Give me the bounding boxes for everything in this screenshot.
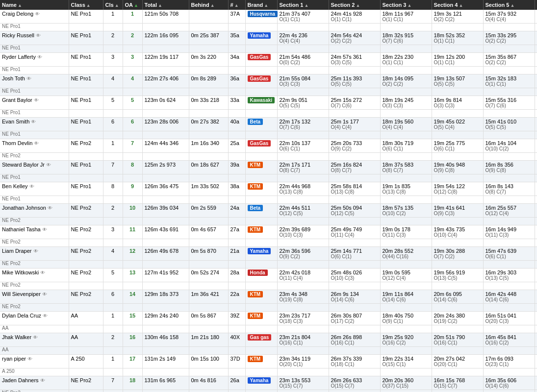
section-6-cell: 22m 24s 105O(6) C(4) xyxy=(535,118,537,131)
column-header-section-6[interactable]: Section 6 ▲ xyxy=(535,0,537,10)
section-6-cell: 23m 53s 905O(16) C(2) xyxy=(535,333,537,347)
section-time: 25m 1s 177 xyxy=(331,119,378,124)
oa-cell: 18 xyxy=(123,376,142,390)
section-5-cell: 16m 51s 041O(20) C(3) xyxy=(483,312,535,325)
eye-icon[interactable]: 👁 xyxy=(33,335,38,340)
section-4-cell: 19m 45s 022O(5) C(4) xyxy=(432,118,483,131)
section-time: 19m 0s 178 xyxy=(383,226,430,232)
behind-cell: 0m 2s 559 xyxy=(189,204,228,218)
empty-cell xyxy=(483,153,535,161)
eye-icon[interactable]: 👁 xyxy=(27,356,32,362)
section-4-cell: 19m 13s 507O(5) C(5) xyxy=(432,74,483,88)
eye-icon[interactable]: 👁 xyxy=(40,270,45,275)
brand-cell: GasGas xyxy=(245,74,277,88)
section-6-cell: 23m 0s 096O(8) C(1) xyxy=(535,204,537,218)
empty-cell xyxy=(228,390,245,392)
empty-cell xyxy=(329,218,380,225)
column-header-brand[interactable]: Brand ▲ xyxy=(245,0,277,10)
behind-cell: 0m 8s 289 xyxy=(189,74,228,88)
cls-cell: 2 xyxy=(103,333,123,347)
table-header: Name ▲Class ▲Cls ▲OA ▲Total ▲Behind ▲# ▲… xyxy=(0,0,537,10)
section-1-cell: 22m 17s 171O(8) C(7) xyxy=(277,161,329,174)
empty-cell xyxy=(142,131,189,139)
column-header-cls[interactable]: Cls ▲ xyxy=(103,0,123,10)
empty-cell xyxy=(380,347,432,355)
eye-icon[interactable]: 👁 xyxy=(43,313,48,318)
eye-icon[interactable]: 👁 xyxy=(33,248,38,254)
empty-cell xyxy=(103,239,123,247)
column-header-section-1[interactable]: Section 1 ▲ xyxy=(277,0,329,10)
column-header-#[interactable]: # ▲ xyxy=(228,0,245,10)
section-sub: O(20) C(3) xyxy=(486,318,533,324)
empty-cell xyxy=(329,153,380,161)
column-header-name[interactable]: Name ▲ xyxy=(0,0,69,10)
empty-cell xyxy=(432,347,483,355)
brand-badge: KTM xyxy=(248,291,263,297)
eye-icon[interactable]: 👁 xyxy=(29,184,34,189)
eye-icon[interactable]: 👁 xyxy=(26,76,31,81)
eye-icon[interactable]: 👁 xyxy=(42,292,47,297)
section-sub: O(8) C(7) xyxy=(383,168,430,173)
empty-cell xyxy=(277,261,329,269)
sort-arrow-icon: ▲ xyxy=(264,3,268,8)
section-2-cell: 24m 54s 424O(2) C(2) xyxy=(329,31,380,45)
eye-icon[interactable]: 👁 xyxy=(46,162,51,168)
table-row: Jonathan Johnson 👁NE Pro2210126m 39s 034… xyxy=(0,204,537,218)
hash-cell: 37D xyxy=(228,355,245,368)
brand-cell: KTM xyxy=(245,290,277,304)
empty-cell xyxy=(189,174,228,182)
section-3-cell: 18m 11s 967O(1) C(1) xyxy=(380,10,432,24)
table-row: Craig Delong 👁NE Pro111121m 50s 70837AHu… xyxy=(0,10,537,24)
empty-cell xyxy=(103,45,123,53)
column-header-section-2[interactable]: Section 2 ▲ xyxy=(329,0,380,10)
section-sub: O(4) C(4) xyxy=(331,124,378,130)
section-2-cell: 24m 41s 928O(1) C(1) xyxy=(329,10,380,24)
cls-cell: 5 xyxy=(103,96,123,110)
eye-icon[interactable]: 👁 xyxy=(34,98,39,103)
empty-cell xyxy=(432,174,483,182)
eye-icon[interactable]: 👁 xyxy=(31,119,36,124)
table-row: Ricky Russell 👁NE Pro122122m 16s 0950m 2… xyxy=(0,31,537,45)
empty-cell xyxy=(329,347,380,355)
name-class-cell: NE Pro1 xyxy=(0,67,69,74)
column-header-behind[interactable]: Behind ▲ xyxy=(189,0,228,10)
eye-icon[interactable]: 👁 xyxy=(48,205,52,211)
empty-cell xyxy=(245,218,277,225)
column-header-total[interactable]: Total ▲ xyxy=(142,0,189,10)
empty-cell xyxy=(329,196,380,204)
section-5-cell: 15m 33s 295O(2) C(2) xyxy=(483,31,535,45)
section-5-cell: 16m 8s 356O(9) C(8) xyxy=(483,161,535,174)
eye-icon[interactable]: 👁 xyxy=(34,141,39,146)
table-row: Grant Baylor 👁NE Pro155123m 0s 6240m 33s… xyxy=(0,96,537,110)
section-sub: O(7) C(6) xyxy=(280,124,327,130)
behind-cell: 0m 3s 220 xyxy=(189,53,228,67)
section-sub: O(8) C(7) xyxy=(486,189,533,195)
section-2-cell: 26m 9s 134O(14) C(6) xyxy=(329,290,380,304)
section-5-cell: 16m 14s 949O(11) C(3) xyxy=(483,225,535,239)
section-1-cell: 22m 36s 596O(9) C(2) xyxy=(277,247,329,261)
section-2-cell: 24m 57s 361O(3) C(5) xyxy=(329,53,380,67)
table-row: Ben Kelley 👁NE Pro189126m 36s 4751m 33s … xyxy=(0,182,537,196)
section-time: 15m 47s 639 xyxy=(486,248,533,254)
column-header-class[interactable]: Class ▲ xyxy=(69,0,103,10)
total-cell: 122m 27s 406 xyxy=(142,74,189,88)
eye-icon[interactable]: 👁 xyxy=(40,378,45,383)
column-header-section-5[interactable]: Section 5 ▲ xyxy=(483,0,535,10)
eye-icon[interactable]: 👁 xyxy=(37,54,42,60)
brand-badge: KTM xyxy=(248,226,263,233)
empty-cell xyxy=(432,110,483,118)
empty-cell xyxy=(329,239,380,247)
column-header-section-4[interactable]: Section 4 ▲ xyxy=(432,0,483,10)
column-header-section-3[interactable]: Section 3 ▲ xyxy=(380,0,432,10)
section-sub: O(2) C(2) xyxy=(486,60,533,65)
empty-cell xyxy=(103,261,123,269)
section-sub: O(14) C(6) xyxy=(486,383,533,389)
eye-icon[interactable]: 👁 xyxy=(35,11,40,17)
eye-icon[interactable]: 👁 xyxy=(42,227,47,232)
section-4-cell: 19m 3s 121O(2) C(2) xyxy=(432,10,483,24)
total-cell: 131m 2s 149 xyxy=(142,355,189,368)
eye-icon[interactable]: 👁 xyxy=(36,33,41,38)
column-header-oa[interactable]: OA ▲ xyxy=(123,0,142,10)
section-time: 18m 32s 915 xyxy=(383,32,430,38)
section-time: 19m 40s 948 xyxy=(434,162,481,168)
